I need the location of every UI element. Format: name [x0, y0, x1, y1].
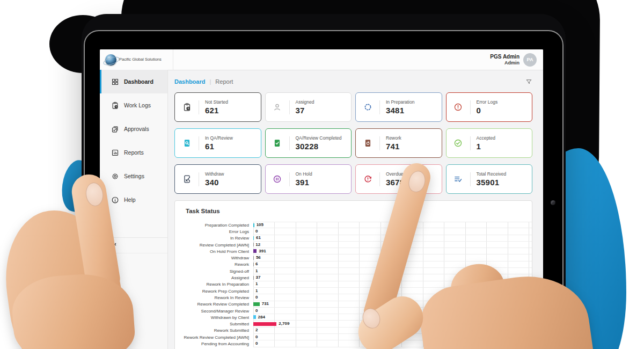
chart-value-label: 391: [259, 249, 266, 253]
sidebar-item-label: Approvals: [124, 126, 149, 132]
sidebar-item-help[interactable]: Help: [100, 188, 167, 212]
marketing-scene: Pacific Global Solutions PGS Admin Admin…: [0, 0, 644, 349]
brand: Pacific Global Solutions: [100, 49, 173, 70]
clipboard-clock-icon: [175, 103, 199, 112]
chart-category-label: Error Logs: [175, 229, 253, 234]
chart-value-label: 12: [255, 243, 260, 247]
sidebar-item-reports[interactable]: Reports: [100, 141, 167, 164]
list-check-icon: [447, 174, 470, 184]
chart-value-label: 2,709: [279, 322, 289, 326]
chart-category-label: Rework Review Completed [AWN]: [175, 335, 253, 340]
check-circle-icon: [447, 139, 470, 148]
sidebar-item-label: Reports: [124, 149, 144, 156]
chart-value-label: 2: [255, 328, 258, 332]
filter-icon: [525, 78, 532, 85]
chart-bar: [253, 256, 254, 260]
stat-card-label: Assigned: [296, 100, 314, 105]
avatar[interactable]: PA: [523, 53, 537, 67]
filter-button[interactable]: [525, 78, 532, 85]
sidebar-item-work-logs[interactable]: Work Logs: [100, 93, 167, 117]
chart-bar: [253, 236, 254, 240]
chart-row: On Hold From Client 391: [175, 248, 532, 255]
stat-card-on-hold[interactable]: On Hold 391: [265, 164, 352, 194]
sidebar-item-settings[interactable]: Settings: [100, 164, 167, 188]
doc-check-icon: [266, 139, 289, 148]
stat-card-value: 37: [296, 106, 314, 114]
breadcrumb-separator: |: [209, 78, 211, 85]
tablet-camera: [551, 200, 555, 205]
breadcrumb-report[interactable]: Report: [215, 78, 233, 85]
stat-card-total-received[interactable]: Total Received 35901: [446, 164, 533, 194]
chart-category-label: Pending from Accounting: [175, 341, 253, 346]
user-menu[interactable]: PGS Admin Admin PA: [490, 49, 543, 70]
chart-bar: [253, 302, 260, 306]
breadcrumb: Dashboard | Report: [174, 74, 532, 89]
chart-category-label: Withdrawn by Client: [175, 315, 253, 320]
stat-card-qa-review-completed[interactable]: QA/Review Completed 30228: [265, 128, 352, 158]
sidebar-item-approvals[interactable]: Approvals: [100, 117, 167, 141]
chart-value-label: 37: [256, 275, 261, 280]
stat-card-in-qa-review[interactable]: In QA/Review 61: [174, 128, 261, 158]
chart-category-label: On Hold From Client: [175, 249, 253, 254]
stat-card-value: 621: [205, 106, 228, 114]
chart-category-label: Signed-off: [175, 269, 253, 274]
stat-card-label: Error Logs: [477, 100, 498, 105]
chart-category-label: Second/Manager Review: [175, 309, 253, 314]
chart-row: Error Logs 0: [175, 228, 532, 235]
stat-card-error-logs[interactable]: Error Logs 0: [446, 92, 533, 122]
breadcrumb-dashboard[interactable]: Dashboard: [174, 78, 205, 85]
chart-value-label: 1: [255, 289, 258, 293]
stat-card-value: 741: [386, 142, 401, 150]
chart-value-label: 731: [262, 302, 269, 306]
doc-refresh-icon: [356, 139, 379, 148]
chart-category-label: Rework Review Completed: [175, 302, 253, 307]
doc-search-icon: [175, 139, 199, 148]
stat-card-value: 3481: [386, 106, 414, 114]
stat-card-withdraw[interactable]: Withdraw 340: [174, 164, 261, 194]
pause-circle-icon: [266, 174, 289, 184]
stat-card-value: 61: [205, 142, 233, 150]
stat-card-assigned[interactable]: Assigned 37: [265, 92, 352, 122]
stat-card-label: In QA/Review: [205, 136, 233, 141]
stat-card-not-started[interactable]: Not Started 621: [174, 92, 261, 122]
info-circle-icon: [111, 196, 119, 204]
chart-value-label: 0: [255, 335, 258, 339]
stat-card-value: 35901: [477, 178, 507, 186]
chart-value-label: 61: [256, 236, 261, 240]
gear-icon: [111, 172, 119, 180]
globe-logo-icon: [105, 54, 116, 66]
chart-row: Withdraw 56: [175, 255, 532, 261]
stat-card-label: Withdraw: [205, 172, 224, 177]
stat-card-in-preparation[interactable]: In Preparation 3481: [355, 92, 442, 122]
stat-card-value: 0: [477, 106, 498, 114]
alert-circle-icon: [447, 103, 470, 112]
chart-category-label: Submitted: [175, 322, 253, 326]
check-square-icon: [111, 125, 119, 133]
sidebar-item-label: Help: [124, 197, 136, 203]
chart-value-label: 1: [255, 282, 258, 286]
sidebar-item-label: Settings: [124, 173, 144, 179]
user-name: PGS Admin: [490, 54, 519, 60]
stat-card-value: 1: [477, 142, 495, 150]
sidebar-item-label: Dashboard: [124, 78, 153, 85]
stat-card-label: Rework: [386, 136, 401, 141]
stat-card-label: Not Started: [205, 100, 228, 105]
stat-card-rework[interactable]: Rework 741: [355, 128, 442, 158]
stat-card-value: 30228: [296, 142, 342, 150]
chart-category-label: Withdraw: [175, 256, 253, 260]
chart-title: Task Status: [175, 208, 532, 214]
spinner-icon: [356, 103, 379, 112]
stat-card-label: In Preparation: [386, 100, 414, 105]
stat-card-value: 340: [205, 178, 224, 186]
stat-cards-grid: Not Started 621 Assigned 37 In Preparati…: [174, 92, 532, 194]
brand-name: Pacific Global Solutions: [119, 57, 162, 62]
stat-card-accepted[interactable]: Accepted 1: [446, 128, 533, 158]
chart-category-label: Rework: [175, 262, 253, 267]
chart-bar: [253, 315, 256, 319]
app-header: Pacific Global Solutions PGS Admin Admin…: [100, 49, 543, 70]
sidebar-item-dashboard[interactable]: Dashboard: [100, 70, 167, 93]
chart-value-label: 0: [255, 309, 258, 313]
chart-row: Review Completed [AWN] 12: [175, 242, 532, 248]
chart-category-label: Assigned: [175, 275, 253, 280]
stat-card-label: Total Received: [477, 172, 507, 177]
